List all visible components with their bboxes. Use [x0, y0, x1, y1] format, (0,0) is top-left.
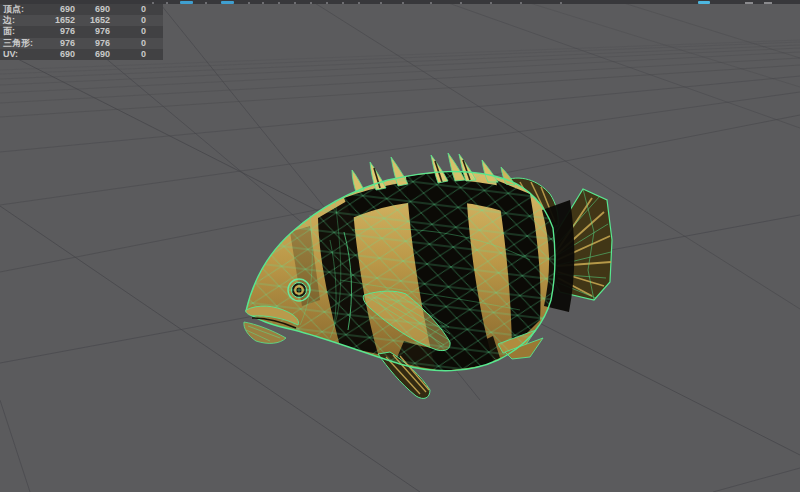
- stats-value: 0: [115, 4, 146, 15]
- stats-value: 976: [79, 38, 110, 49]
- toolbar-tick: [310, 2, 312, 4]
- stats-label: 顶点:: [3, 4, 24, 15]
- toolbar-icon-fragment[interactable]: [698, 1, 710, 4]
- mesh-stats-panel: 顶点: 690 690 0 边: 1652 1652 0 面: 976 976 …: [0, 4, 163, 60]
- stats-label: 三角形:: [3, 38, 33, 49]
- stats-value: 976: [33, 38, 75, 49]
- toolbar-tick: [560, 2, 562, 4]
- toolbar-tick: [205, 2, 207, 4]
- stats-value: 0: [115, 49, 146, 60]
- toolbar-tick: [248, 2, 250, 4]
- toolbar-tick: [278, 2, 280, 4]
- 3d-app-window: 顶点: 690 690 0 边: 1652 1652 0 面: 976 976 …: [0, 0, 800, 492]
- stats-label: 面:: [3, 26, 15, 37]
- stats-value: 976: [79, 26, 110, 37]
- fish-eye: [288, 279, 310, 301]
- stats-value: 0: [115, 15, 146, 26]
- toolbar-tick: [294, 2, 296, 4]
- toolbar-tick: [430, 2, 432, 4]
- stats-value: 976: [33, 26, 75, 37]
- toolbar-tick: [380, 2, 382, 4]
- stats-value: 0: [115, 26, 146, 37]
- toolbar-tick: [460, 2, 462, 4]
- stats-value: 1652: [33, 15, 75, 26]
- toolbar-icon-fragment[interactable]: [180, 1, 193, 4]
- toolbar-tick: [490, 2, 492, 4]
- stats-value: 690: [79, 49, 110, 60]
- stats-label: UV:: [3, 49, 18, 60]
- toolbar-tick: [402, 2, 404, 4]
- stats-row-triangles: 三角形: 976 976 0: [0, 38, 163, 49]
- stats-value: 690: [33, 4, 75, 15]
- toolbar-tick: [166, 2, 168, 4]
- toolbar-tick: [764, 2, 772, 4]
- toolbar-tick: [342, 2, 344, 4]
- stats-value: 1652: [79, 15, 110, 26]
- stats-row-edges: 边: 1652 1652 0: [0, 15, 163, 26]
- toolbar-tick: [520, 2, 522, 4]
- stats-value: 690: [33, 49, 75, 60]
- stats-row-faces: 面: 976 976 0: [0, 26, 163, 37]
- stats-label: 边:: [3, 15, 15, 26]
- toolbar-tick: [358, 2, 360, 4]
- toolbar-tick: [326, 2, 328, 4]
- stats-value: 690: [79, 4, 110, 15]
- viewport-3d[interactable]: [0, 0, 800, 492]
- stats-value: 0: [115, 38, 146, 49]
- toolbar-icon-fragment[interactable]: [221, 1, 234, 4]
- stats-row-uv: UV: 690 690 0: [0, 49, 163, 60]
- toolbar-tick: [745, 2, 753, 4]
- toolbar-tick: [262, 2, 264, 4]
- stats-row-vertices: 顶点: 690 690 0: [0, 4, 163, 15]
